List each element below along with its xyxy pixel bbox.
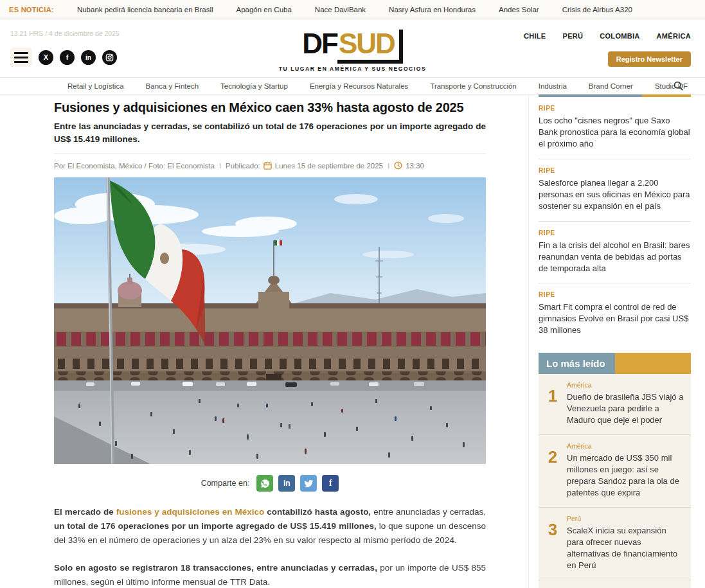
search-icon[interactable] bbox=[673, 80, 684, 94]
logo-tagline: TU LUGAR EN AMÉRICA Y SUS NEGOCIOS bbox=[0, 66, 705, 72]
nav-industria[interactable]: Industria bbox=[539, 82, 567, 90]
share-label: Comparte en: bbox=[201, 479, 250, 488]
ripe-tag: RIPE bbox=[539, 291, 691, 298]
newsletter-button[interactable]: Registro Newsletter bbox=[608, 51, 691, 67]
article-subtitle: Entre las anunciadas y cerradas, se cont… bbox=[54, 120, 486, 145]
sidebar: RIPE Los ocho "cisnes negros" que Saxo B… bbox=[528, 94, 691, 588]
story-category: Perú bbox=[567, 515, 684, 522]
published-date: Lunes 15 de septiembre de 2025 bbox=[275, 162, 383, 170]
country-nav: CHILE PERÚ COLOMBIA AMÉRICA bbox=[524, 32, 691, 40]
country-colombia[interactable]: COLOMBIA bbox=[600, 32, 639, 40]
site-header: 13.21 HRS / 4 de diciembre de 2025 X f i… bbox=[0, 19, 705, 77]
article-paragraph: El mercado de fusiones y adquisiciones e… bbox=[54, 505, 486, 548]
story-title[interactable]: Dueño de brasileña JBS viajó a Venezuela… bbox=[567, 391, 684, 426]
article-photo bbox=[54, 177, 486, 464]
story-title[interactable]: ScaleX inicia su expansión para ofrecer … bbox=[567, 525, 684, 571]
ripe-story[interactable]: RIPE Fin a la crisis del alcohol en Bras… bbox=[539, 222, 691, 284]
sidebar-accent-bar bbox=[539, 94, 691, 97]
linkedin-share-icon[interactable]: in bbox=[278, 475, 295, 492]
inline-topic-link[interactable]: fusiones y adquisiciones en México bbox=[116, 507, 265, 517]
ticker-item[interactable]: Apagón en Cuba bbox=[236, 6, 292, 13]
published-time: 13:30 bbox=[406, 162, 424, 170]
facebook-share-icon[interactable]: f bbox=[322, 475, 339, 492]
rank-number: 3 bbox=[539, 515, 567, 571]
news-ticker: ES NOTICIA: Nubank pedirá licencia banca… bbox=[0, 0, 705, 19]
ripe-story[interactable]: RIPE Los ocho "cisnes negros" que Saxo B… bbox=[539, 97, 691, 159]
story-category: América bbox=[567, 381, 684, 389]
nav-energia[interactable]: Energía y Recursos Naturales bbox=[310, 82, 408, 90]
article-title: Fusiones y adquisiciones en México caen … bbox=[54, 100, 486, 115]
ticker-item[interactable]: Andes Solar bbox=[499, 6, 539, 13]
country-chile[interactable]: CHILE bbox=[524, 32, 546, 40]
article-paragraph: Solo en agosto se registraron 18 transac… bbox=[54, 561, 486, 588]
most-read-item[interactable]: 1 América Dueño de brasileña JBS viajó a… bbox=[539, 374, 691, 434]
ticker-item[interactable]: Crisis de Airbus A320 bbox=[562, 6, 632, 13]
ripe-tag: RIPE bbox=[539, 229, 691, 236]
twitter-share-icon[interactable] bbox=[300, 475, 317, 492]
rank-number: 2 bbox=[539, 442, 567, 499]
main-nav: Retail y Logística Banca y Fintech Tecno… bbox=[0, 77, 705, 94]
ripe-story[interactable]: RIPE Salesforce planea llegar a 2.200 pe… bbox=[539, 159, 691, 222]
whatsapp-share-icon[interactable] bbox=[256, 475, 273, 492]
divider bbox=[54, 154, 486, 154]
logo-df: DF bbox=[302, 30, 337, 58]
country-peru[interactable]: PERÚ bbox=[563, 32, 584, 40]
ripe-story[interactable]: RIPE Smart Fit compra el control de red … bbox=[539, 283, 691, 345]
most-read-item[interactable]: 4 América Glencore reiniciará operación … bbox=[539, 580, 691, 588]
share-row: Comparte en: in f bbox=[54, 475, 486, 492]
rank-number: 1 bbox=[539, 381, 567, 426]
most-read-header: Lo más leído bbox=[539, 353, 691, 374]
story-title[interactable]: Un mercado de US$ 350 mil millones en ju… bbox=[567, 452, 684, 499]
nav-brand-corner[interactable]: Brand Corner bbox=[589, 82, 633, 90]
ripe-title[interactable]: Salesforce planea llegar a 2.200 persona… bbox=[539, 177, 691, 212]
story-category: América bbox=[567, 442, 684, 450]
ticker-item[interactable]: Nubank pedirá licencia bancaria en Brasi… bbox=[77, 6, 213, 13]
ticker-item[interactable]: Nasry Asfura en Honduras bbox=[389, 6, 476, 13]
ripe-tag: RIPE bbox=[539, 167, 691, 174]
article-byline: Por El Economista, México / Foto: El Eco… bbox=[54, 161, 486, 170]
nav-tecnologia[interactable]: Tecnología y Startup bbox=[220, 82, 288, 90]
ripe-tag: RIPE bbox=[539, 105, 691, 112]
clock-icon bbox=[394, 161, 402, 170]
published-label: Publicado: bbox=[226, 162, 260, 170]
calendar-icon bbox=[263, 161, 272, 170]
country-america[interactable]: AMÉRICA bbox=[657, 32, 691, 40]
nav-retail[interactable]: Retail y Logística bbox=[67, 82, 124, 90]
most-read-item[interactable]: 2 América Un mercado de US$ 350 mil mill… bbox=[539, 434, 691, 507]
most-read-title: Lo más leído bbox=[539, 353, 615, 374]
logo-sud: SUD bbox=[337, 30, 403, 64]
ripe-title[interactable]: Smart Fit compra el control de red de gi… bbox=[539, 301, 691, 336]
most-read-item[interactable]: 3 Perú ScaleX inicia su expansión para o… bbox=[539, 507, 691, 580]
most-read-list: 1 América Dueño de brasileña JBS viajó a… bbox=[539, 374, 691, 588]
nav-banca[interactable]: Banca y Fintech bbox=[146, 82, 199, 90]
ticker-item[interactable]: Nace DaviBank bbox=[315, 6, 366, 13]
byline-credit: Por El Economista, México / Foto: El Eco… bbox=[54, 162, 215, 170]
ripe-title[interactable]: Los ocho "cisnes negros" que Saxo Bank p… bbox=[539, 115, 691, 150]
article: Fusiones y adquisiciones en México caen … bbox=[54, 94, 486, 588]
nav-transporte[interactable]: Transporte y Construcción bbox=[430, 82, 516, 90]
ripe-title[interactable]: Fin a la crisis del alcohol en Brasil: b… bbox=[539, 240, 691, 274]
ticker-label: ES NOTICIA: bbox=[9, 6, 54, 13]
